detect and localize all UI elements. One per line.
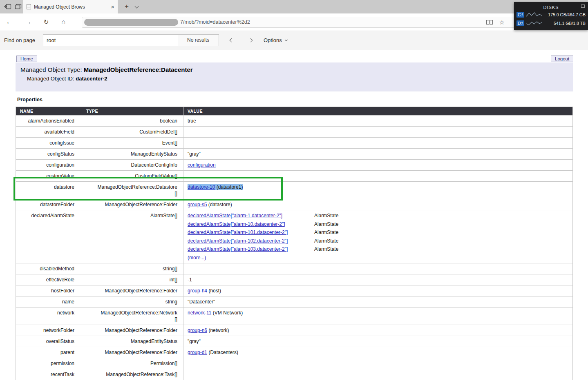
value-text: AlarmState <box>314 246 338 252</box>
value-link[interactable]: declaredAlarmState["alarm-10.datacenter-… <box>188 221 314 227</box>
back-icon[interactable]: ← <box>4 17 15 27</box>
property-name: network <box>16 307 79 325</box>
property-name: recentTask <box>16 369 79 380</box>
find-next-button[interactable] <box>245 35 256 46</box>
tab-close-icon[interactable]: × <box>111 4 114 10</box>
value-text: (host) <box>207 288 221 294</box>
favorites-star-icon[interactable]: ☆ <box>499 17 505 27</box>
find-options-label: Options <box>264 37 282 43</box>
browser-tab[interactable]: Managed Object Brows × <box>23 0 118 13</box>
value-link[interactable]: declaredAlarmState["alarm-101.datacenter… <box>188 229 314 236</box>
property-value <box>183 369 573 380</box>
table-row: recentTaskManagedObjectReference:Task[] <box>16 369 573 380</box>
new-tab-button[interactable]: + <box>122 2 132 11</box>
find-previous-button[interactable] <box>226 35 237 46</box>
type-label: Managed Object Type: <box>20 66 82 73</box>
value-link[interactable]: group-s5 <box>188 202 207 207</box>
property-name: effectiveRole <box>16 274 79 285</box>
find-options-button[interactable]: Options <box>264 31 287 49</box>
disk-d-activity-sparkline <box>526 20 542 26</box>
property-name: declaredAlarmState <box>16 210 79 263</box>
property-value: -1 <box>183 274 573 285</box>
table-row: alarmActionsEnabledbooleantrue <box>16 116 573 127</box>
property-type: ManagedObjectReference:Folder <box>79 285 183 296</box>
property-value: group-s5 (datastore) <box>183 199 573 210</box>
property-value: declaredAlarmState["alarm-1.datacenter-2… <box>183 210 573 263</box>
value-text: AlarmState <box>314 238 338 244</box>
disk-c-activity-sparkline <box>526 12 542 18</box>
value-text: true <box>188 118 196 124</box>
property-value: network-11 (VM Network) <box>183 307 573 325</box>
find-on-page-label: Find on page <box>4 31 35 49</box>
property-type: ManagedObjectReference:Network [] <box>79 307 183 325</box>
value-text: (network) <box>207 328 229 333</box>
value-link[interactable]: (more...) <box>188 255 206 261</box>
forward-icon[interactable]: → <box>23 17 34 27</box>
property-value: true <box>183 116 573 127</box>
drive-d-usage: 541.1 GB/1.8 TB <box>554 21 586 26</box>
property-name: configuration <box>16 160 79 171</box>
disk-row-c: C:\ 175.0 GB/464.7 GB <box>516 10 586 19</box>
value-link[interactable]: declaredAlarmState["alarm-102.datacenter… <box>188 238 314 244</box>
property-name: name <box>16 296 79 307</box>
value-text: "gray" <box>188 151 201 157</box>
table-row: parentManagedObjectReference:Foldergroup… <box>16 347 573 358</box>
value-link[interactable]: declaredAlarmState["alarm-103.datacenter… <box>188 246 314 252</box>
value-link[interactable]: declaredAlarmState["alarm-1.datacenter-2… <box>188 212 314 219</box>
property-type: Permission[] <box>79 358 183 369</box>
properties-table-body: alarmActionsEnabledbooleantrueavailableF… <box>16 116 573 380</box>
home-link-label: Home <box>20 56 33 61</box>
property-value: configuration <box>183 160 573 171</box>
property-value <box>183 127 573 138</box>
refresh-icon[interactable]: ↻ <box>41 17 51 27</box>
drive-d-label: D:\ <box>516 20 524 26</box>
property-value <box>183 171 573 182</box>
home-icon[interactable]: ⌂ <box>58 17 69 27</box>
property-type: string[] <box>79 263 183 274</box>
chevron-down-icon <box>285 38 288 41</box>
property-value <box>183 138 573 149</box>
value-text: "Datacenter" <box>188 299 215 305</box>
logout-link-label: Logout <box>555 56 569 61</box>
reading-view-icon[interactable] <box>486 19 493 27</box>
value-text: AlarmState <box>314 221 338 227</box>
value-link[interactable]: group-n6 <box>188 328 207 333</box>
managed-object-header: Managed Object Type: ManagedObjectRefere… <box>16 62 573 91</box>
property-value: group-n6 (network) <box>183 325 573 336</box>
property-type: ManagedEntityStatus <box>79 149 183 160</box>
home-link[interactable]: Home <box>16 56 37 62</box>
find-input[interactable] <box>43 34 178 46</box>
value-link[interactable]: group-d1 <box>188 350 207 355</box>
value-link[interactable]: datastore-10 <box>188 184 215 190</box>
column-header-type: TYPE <box>79 107 183 116</box>
tab-bar: Managed Object Brows × + <box>0 0 588 13</box>
value-text: (Datacenters) <box>207 350 238 355</box>
property-value: group-d1 (Datacenters) <box>183 347 573 358</box>
table-row: configIssueEvent[] <box>16 138 573 149</box>
tabs-preview-icon[interactable] <box>15 3 22 11</box>
properties-heading: Properties <box>17 97 42 102</box>
property-type: ManagedObjectReference:Task[] <box>79 369 183 380</box>
set-tabs-aside-icon[interactable] <box>4 3 11 11</box>
value-text: AlarmState <box>314 213 338 218</box>
address-bar[interactable]: 7/mob/?moid=datacenter%2d2 ☆ <box>82 17 515 28</box>
table-row: effectiveRoleint[]-1 <box>16 274 573 285</box>
navigation-bar: ← → ↻ ⌂ 7/mob/?moid=datacenter%2d2 ☆ <box>0 13 588 31</box>
property-name: datastoreFolder <box>16 199 79 210</box>
property-name: hostFolder <box>16 285 79 296</box>
logout-link[interactable]: Logout <box>551 56 573 62</box>
gadget-flyout-icon[interactable] <box>581 4 585 8</box>
tab-title: Managed Object Brows <box>34 4 108 10</box>
value-link[interactable]: network-11 <box>188 310 211 316</box>
property-type: Event[] <box>79 138 183 149</box>
value-link[interactable]: group-h4 <box>188 288 207 294</box>
property-name: parent <box>16 347 79 358</box>
table-row: disabledMethodstring[] <box>16 263 573 274</box>
value-link[interactable]: configuration <box>188 162 216 168</box>
tab-list-chevron-icon[interactable] <box>135 4 139 9</box>
url-text: 7/mob/?moid=datacenter%2d2 <box>180 17 250 27</box>
value-text: (datastore1) <box>215 184 243 190</box>
disks-gadget-header: DISKS <box>516 3 586 10</box>
property-value: "gray" <box>183 336 573 347</box>
tab-favicon-icon <box>27 4 31 9</box>
